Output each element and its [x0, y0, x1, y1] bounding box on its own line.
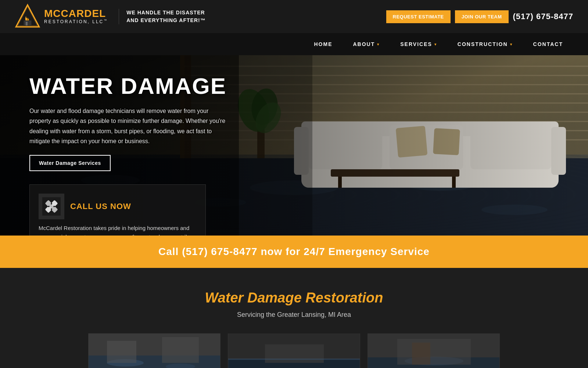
nav-about[interactable]: ABOUT ▾ — [343, 33, 390, 55]
tagline: WE HANDLE THE DISASTER AND EVERYTHING AF… — [119, 9, 205, 24]
section-title: Water Damage Restoration — [15, 290, 573, 306]
site-header: MCCARDEL RESTORATION, LLC™ WE HANDLE THE… — [0, 0, 588, 33]
logo-restoration: RESTORATION, LLC™ — [44, 19, 108, 25]
water-services-button[interactable]: Water Damage Services — [29, 155, 111, 171]
card-1[interactable] — [88, 333, 220, 368]
nav-construction[interactable]: CONSTRUCTION ▾ — [447, 33, 523, 55]
logo-company-name: MCCARDEL — [44, 8, 108, 19]
section-subtitle: Servicing the Greater Lansing, MI Area — [15, 311, 573, 319]
logo-text: MCCARDEL RESTORATION, LLC™ — [44, 8, 108, 25]
emergency-text: Call (517) 675-8477 now for 24/7 Emergen… — [158, 246, 430, 257]
request-estimate-button[interactable]: Request Estimate — [386, 10, 451, 23]
content-section: Water Damage Restoration Servicing the G… — [0, 268, 588, 368]
call-us-header: CALL US NOW — [39, 194, 197, 219]
hero-section: WATER DAMAGE Our water and flood damage … — [0, 55, 588, 236]
nav-services[interactable]: SERVICES ▾ — [390, 33, 447, 55]
svg-rect-61 — [397, 339, 471, 365]
card-2[interactable] — [228, 333, 360, 368]
services-chevron-icon: ▾ — [434, 42, 437, 46]
hero-description: Our water and flood damage technicians w… — [29, 106, 228, 146]
header-left: MCCARDEL RESTORATION, LLC™ WE HANDLE THE… — [15, 4, 206, 29]
header-phone[interactable]: (517) 675-8477 — [513, 12, 573, 21]
cards-row — [15, 333, 573, 368]
svg-rect-56 — [265, 344, 324, 363]
svg-rect-62 — [412, 343, 430, 365]
call-us-box: CALL US NOW McCardel Restoration takes p… — [29, 184, 206, 236]
hero-content: WATER DAMAGE Our water and flood damage … — [29, 74, 228, 236]
header-right: Request Estimate Join Our Team (517) 675… — [386, 10, 573, 23]
join-team-button[interactable]: Join Our Team — [455, 10, 509, 23]
main-nav: HOME ABOUT ▾ SERVICES ▾ CONSTRUCTION ▾ C… — [0, 33, 588, 55]
about-chevron-icon: ▾ — [377, 42, 380, 46]
construction-chevron-icon: ▾ — [510, 42, 513, 46]
logo-icon — [15, 4, 40, 29]
nav-contact[interactable]: CONTACT — [523, 33, 573, 55]
call-us-title: CALL US NOW — [70, 202, 131, 211]
nav-home[interactable]: HOME — [304, 33, 343, 55]
tools-icon — [42, 197, 61, 216]
svg-rect-3 — [26, 22, 28, 26]
card-3-image — [368, 334, 499, 368]
svg-rect-51 — [107, 341, 136, 363]
svg-rect-52 — [162, 337, 199, 363]
card-3[interactable] — [368, 333, 500, 368]
call-us-icon-wrapper — [39, 194, 64, 219]
card-2-image — [228, 334, 360, 368]
hero-title: WATER DAMAGE — [29, 74, 228, 99]
call-us-description: McCardel Restoration takes pride in help… — [39, 224, 197, 236]
emergency-banner[interactable]: Call (517) 675-8477 now for 24/7 Emergen… — [0, 236, 588, 268]
logo[interactable]: MCCARDEL RESTORATION, LLC™ — [15, 4, 108, 29]
card-1-image — [89, 334, 220, 368]
